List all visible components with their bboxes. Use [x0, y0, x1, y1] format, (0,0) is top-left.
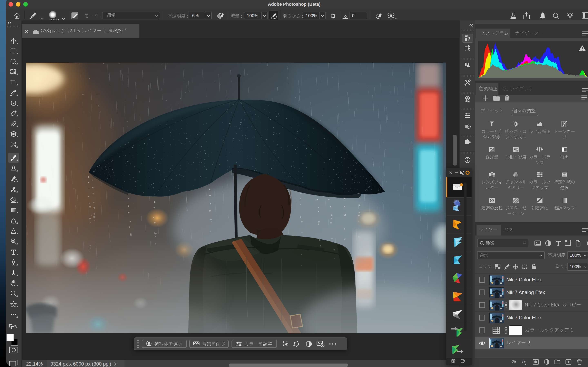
svg-text:fx: fx: [522, 359, 526, 364]
